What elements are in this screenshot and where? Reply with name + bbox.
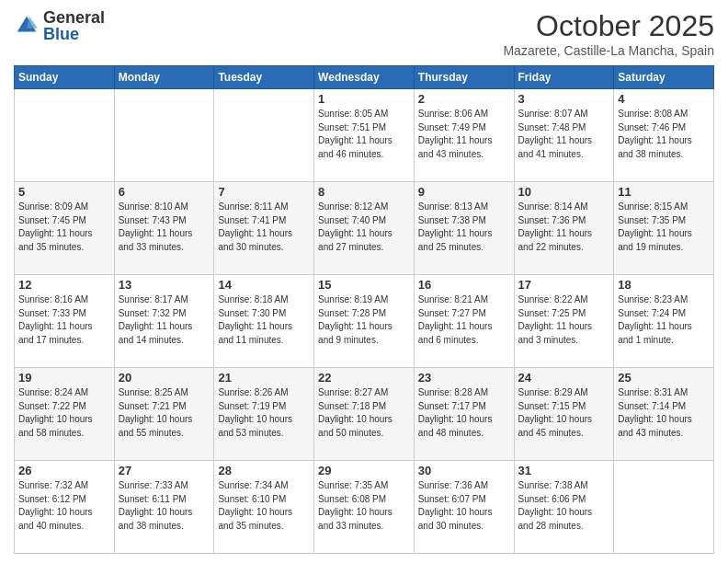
calendar-cell: 16Sunrise: 8:21 AMSunset: 7:27 PMDayligh…: [414, 275, 514, 368]
calendar-header-day: Wednesday: [314, 66, 415, 89]
calendar-cell: 3Sunrise: 8:07 AMSunset: 7:48 PMDaylight…: [514, 89, 614, 182]
calendar-cell: [114, 89, 214, 182]
day-info: Sunrise: 8:28 AMSunset: 7:17 PMDaylight:…: [418, 386, 510, 440]
calendar-header-day: Monday: [114, 66, 214, 89]
day-number: 14: [218, 278, 310, 292]
day-info: Sunrise: 8:23 AMSunset: 7:24 PMDaylight:…: [618, 293, 710, 347]
svg-marker-1: [27, 17, 38, 29]
day-info: Sunrise: 7:34 AMSunset: 6:10 PMDaylight:…: [218, 479, 310, 533]
calendar-week-row: 19Sunrise: 8:24 AMSunset: 7:22 PMDayligh…: [15, 368, 714, 461]
logo-blue-text: Blue: [43, 25, 79, 43]
calendar-cell: 17Sunrise: 8:22 AMSunset: 7:25 PMDayligh…: [514, 275, 614, 368]
day-number: 24: [518, 371, 610, 385]
calendar-cell: 18Sunrise: 8:23 AMSunset: 7:24 PMDayligh…: [614, 275, 714, 368]
day-info: Sunrise: 8:13 AMSunset: 7:38 PMDaylight:…: [418, 201, 510, 254]
calendar-cell: 22Sunrise: 8:27 AMSunset: 7:18 PMDayligh…: [314, 368, 415, 461]
calendar-week-row: 5Sunrise: 8:09 AMSunset: 7:45 PMDaylight…: [15, 182, 714, 275]
day-number: 29: [318, 464, 410, 477]
calendar-header-row: SundayMondayTuesdayWednesdayThursdayFrid…: [15, 66, 714, 89]
calendar-header-day: Sunday: [15, 66, 115, 89]
day-number: 3: [518, 92, 610, 106]
calendar-cell: 8Sunrise: 8:12 AMSunset: 7:40 PMDaylight…: [314, 182, 415, 275]
calendar: SundayMondayTuesdayWednesdayThursdayFrid…: [14, 65, 714, 554]
day-number: 23: [418, 371, 510, 385]
day-number: 13: [119, 278, 210, 292]
calendar-cell: 13Sunrise: 8:17 AMSunset: 7:32 PMDayligh…: [114, 275, 214, 368]
calendar-cell: 4Sunrise: 8:08 AMSunset: 7:46 PMDaylight…: [614, 89, 714, 182]
day-info: Sunrise: 8:27 AMSunset: 7:18 PMDaylight:…: [318, 386, 410, 440]
day-number: 20: [119, 371, 210, 385]
day-info: Sunrise: 8:17 AMSunset: 7:32 PMDaylight:…: [119, 293, 210, 347]
day-number: 6: [119, 185, 210, 199]
calendar-cell: 26Sunrise: 7:32 AMSunset: 6:12 PMDayligh…: [15, 461, 115, 554]
day-number: 2: [418, 92, 510, 106]
calendar-cell: 1Sunrise: 8:05 AMSunset: 7:51 PMDaylight…: [314, 89, 415, 182]
day-number: 1: [318, 92, 410, 106]
day-number: 5: [18, 185, 110, 199]
day-number: 11: [618, 185, 710, 199]
day-info: Sunrise: 8:07 AMSunset: 7:48 PMDaylight:…: [518, 108, 610, 161]
day-number: 10: [518, 185, 610, 199]
calendar-cell: 11Sunrise: 8:15 AMSunset: 7:35 PMDayligh…: [614, 182, 714, 275]
calendar-week-row: 26Sunrise: 7:32 AMSunset: 6:12 PMDayligh…: [15, 461, 714, 554]
day-info: Sunrise: 8:10 AMSunset: 7:43 PMDaylight:…: [119, 201, 210, 254]
calendar-cell: 27Sunrise: 7:33 AMSunset: 6:11 PMDayligh…: [114, 461, 214, 554]
logo-general-text: General: [43, 8, 105, 27]
day-info: Sunrise: 8:31 AMSunset: 7:14 PMDaylight:…: [618, 386, 710, 440]
calendar-header-day: Friday: [514, 66, 614, 89]
month-title: October 2025: [503, 9, 714, 43]
day-number: 27: [119, 464, 210, 477]
day-number: 30: [418, 464, 510, 477]
calendar-cell: 12Sunrise: 8:16 AMSunset: 7:33 PMDayligh…: [15, 275, 115, 368]
day-info: Sunrise: 8:29 AMSunset: 7:15 PMDaylight:…: [518, 386, 610, 440]
calendar-cell: [614, 461, 714, 554]
day-number: 25: [618, 371, 710, 385]
day-number: 17: [518, 278, 610, 292]
day-info: Sunrise: 8:19 AMSunset: 7:28 PMDaylight:…: [318, 293, 410, 347]
calendar-cell: 7Sunrise: 8:11 AMSunset: 7:41 PMDaylight…: [214, 182, 314, 275]
day-info: Sunrise: 8:25 AMSunset: 7:21 PMDaylight:…: [119, 386, 210, 440]
day-number: 15: [318, 278, 410, 292]
logo: General Blue: [14, 9, 105, 42]
calendar-week-row: 1Sunrise: 8:05 AMSunset: 7:51 PMDaylight…: [15, 89, 714, 182]
day-number: 16: [418, 278, 510, 292]
day-number: 22: [318, 371, 410, 385]
day-info: Sunrise: 7:38 AMSunset: 6:06 PMDaylight:…: [518, 479, 610, 533]
calendar-cell: 2Sunrise: 8:06 AMSunset: 7:49 PMDaylight…: [414, 89, 514, 182]
day-number: 18: [618, 278, 710, 292]
day-info: Sunrise: 7:36 AMSunset: 6:07 PMDaylight:…: [418, 479, 510, 533]
day-info: Sunrise: 8:16 AMSunset: 7:33 PMDaylight:…: [18, 293, 110, 347]
calendar-cell: 23Sunrise: 8:28 AMSunset: 7:17 PMDayligh…: [414, 368, 514, 461]
calendar-cell: 21Sunrise: 8:26 AMSunset: 7:19 PMDayligh…: [214, 368, 314, 461]
calendar-cell: [15, 89, 115, 182]
calendar-cell: [214, 89, 314, 182]
calendar-cell: 25Sunrise: 8:31 AMSunset: 7:14 PMDayligh…: [614, 368, 714, 461]
day-info: Sunrise: 7:35 AMSunset: 6:08 PMDaylight:…: [318, 479, 410, 533]
day-info: Sunrise: 8:22 AMSunset: 7:25 PMDaylight:…: [518, 293, 610, 347]
page: General Blue October 2025 Mazarete, Cast…: [0, 0, 728, 563]
day-info: Sunrise: 8:15 AMSunset: 7:35 PMDaylight:…: [618, 201, 710, 254]
calendar-cell: 30Sunrise: 7:36 AMSunset: 6:07 PMDayligh…: [414, 461, 514, 554]
day-info: Sunrise: 8:21 AMSunset: 7:27 PMDaylight:…: [418, 293, 510, 347]
day-number: 19: [18, 371, 110, 385]
header: General Blue October 2025 Mazarete, Cast…: [14, 9, 714, 58]
day-info: Sunrise: 8:09 AMSunset: 7:45 PMDaylight:…: [18, 201, 110, 254]
day-info: Sunrise: 8:05 AMSunset: 7:51 PMDaylight:…: [318, 108, 410, 161]
calendar-cell: 28Sunrise: 7:34 AMSunset: 6:10 PMDayligh…: [214, 461, 314, 554]
day-info: Sunrise: 8:11 AMSunset: 7:41 PMDaylight:…: [218, 201, 310, 254]
calendar-cell: 24Sunrise: 8:29 AMSunset: 7:15 PMDayligh…: [514, 368, 614, 461]
day-number: 21: [218, 371, 310, 385]
day-number: 7: [218, 185, 310, 199]
calendar-header-day: Tuesday: [214, 66, 314, 89]
calendar-cell: 31Sunrise: 7:38 AMSunset: 6:06 PMDayligh…: [514, 461, 614, 554]
calendar-week-row: 12Sunrise: 8:16 AMSunset: 7:33 PMDayligh…: [15, 275, 714, 368]
location: Mazarete, Castille-La Mancha, Spain: [503, 43, 714, 58]
day-number: 9: [418, 185, 510, 199]
day-number: 28: [218, 464, 310, 477]
logo-icon: [14, 13, 40, 39]
day-info: Sunrise: 8:18 AMSunset: 7:30 PMDaylight:…: [218, 293, 310, 347]
day-info: Sunrise: 7:33 AMSunset: 6:11 PMDaylight:…: [119, 479, 210, 533]
calendar-cell: 29Sunrise: 7:35 AMSunset: 6:08 PMDayligh…: [314, 461, 415, 554]
calendar-cell: 5Sunrise: 8:09 AMSunset: 7:45 PMDaylight…: [15, 182, 115, 275]
day-info: Sunrise: 7:32 AMSunset: 6:12 PMDaylight:…: [18, 479, 110, 533]
